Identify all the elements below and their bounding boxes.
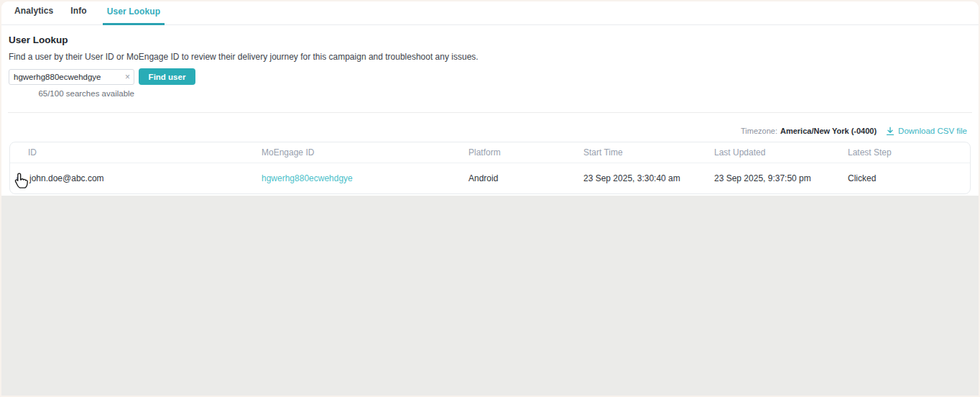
page-title: User Lookup bbox=[9, 35, 971, 45]
last-updated-cell: 23 Sep 2025, 9:37:50 pm bbox=[696, 163, 830, 193]
platform-cell: Android bbox=[450, 163, 565, 193]
col-header-platform: Platform bbox=[450, 142, 565, 163]
expand-chevron-icon[interactable]: ▸ bbox=[17, 175, 19, 181]
user-id-cell[interactable]: ▸ john.doe@abc.com bbox=[10, 163, 244, 193]
search-row: × Find user bbox=[9, 68, 971, 85]
col-header-moengage-id: MoEngage ID bbox=[244, 142, 450, 163]
moengage-id-link[interactable]: hgwerhg880ecwehdgye bbox=[262, 173, 353, 183]
lookup-description: Find a user by their User ID or MoEngage… bbox=[9, 52, 971, 62]
app-frame: Analytics Info User Lookup User Lookup F… bbox=[0, 0, 980, 397]
download-label: Download CSV file bbox=[898, 127, 967, 135]
page-background bbox=[1, 196, 979, 396]
start-time-cell: 23 Sep 2025, 3:30:40 am bbox=[565, 163, 696, 193]
table-row[interactable]: ▸ john.doe@abc.com hgwerhg880ecwehdgye A… bbox=[10, 163, 970, 193]
download-icon bbox=[886, 127, 895, 136]
latest-step-cell: Clicked bbox=[830, 163, 970, 193]
table-header-row: ID MoEngage ID Platform Start Time Last … bbox=[10, 142, 970, 163]
col-header-start-time: Start Time bbox=[565, 142, 696, 163]
campaign-panel: Analytics Info User Lookup User Lookup F… bbox=[1, 1, 979, 196]
col-header-latest-step: Latest Step bbox=[830, 142, 970, 163]
timezone-value: America/New York (-0400) bbox=[780, 127, 877, 135]
results-table-card: ID MoEngage ID Platform Start Time Last … bbox=[9, 142, 971, 194]
col-header-id: ID bbox=[10, 142, 244, 163]
tabs-bar: Analytics Info User Lookup bbox=[1, 1, 979, 25]
section-divider bbox=[8, 112, 972, 113]
table-meta-row: Timezone: America/New York (-0400) Downl… bbox=[1, 125, 979, 137]
results-table: ID MoEngage ID Platform Start Time Last … bbox=[10, 142, 970, 193]
download-csv-link[interactable]: Download CSV file bbox=[886, 127, 967, 136]
timezone-label: Timezone: bbox=[741, 127, 777, 135]
col-header-last-updated: Last Updated bbox=[696, 142, 830, 163]
moengage-id-cell: hgwerhg880ecwehdgye bbox=[244, 163, 450, 193]
user-lookup-section: User Lookup Find a user by their User ID… bbox=[1, 25, 979, 98]
search-box: × bbox=[9, 69, 134, 85]
tab-analytics[interactable]: Analytics bbox=[13, 6, 55, 24]
user-search-input[interactable] bbox=[9, 69, 134, 85]
user-id-value: john.doe@abc.com bbox=[29, 173, 104, 183]
tab-user-lookup[interactable]: User Lookup bbox=[103, 6, 165, 25]
clear-icon[interactable]: × bbox=[125, 71, 130, 83]
find-user-button[interactable]: Find user bbox=[139, 68, 195, 85]
search-quota-text: 65/100 searches available bbox=[9, 89, 134, 98]
tab-info[interactable]: Info bbox=[69, 6, 88, 24]
